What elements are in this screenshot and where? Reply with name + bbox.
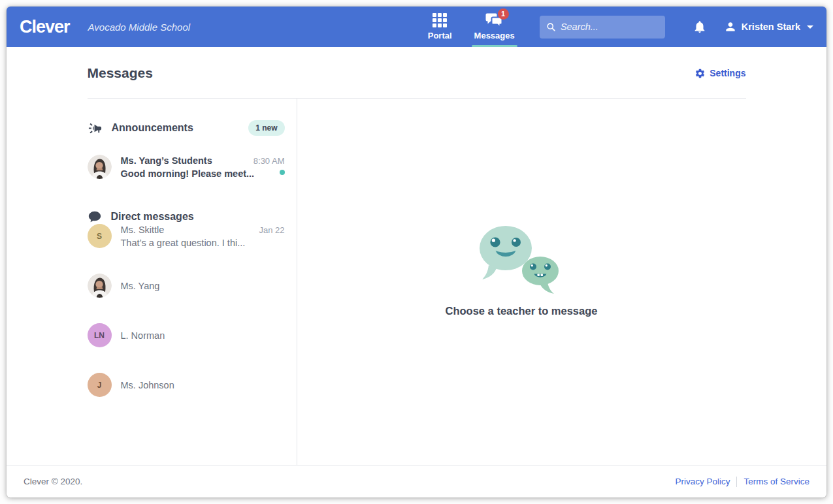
thread-l-norman[interactable]: LN L. Norman [88, 323, 285, 347]
nav-group: Portal 1 Messages [428, 12, 515, 42]
thread-time: Jan 22 [259, 225, 284, 235]
search-icon [547, 22, 555, 32]
messages-label: Messages [474, 31, 515, 40]
conversation-sidebar: Announcements 1 new Ms. Yang’s Students … [88, 99, 297, 465]
search-input[interactable] [561, 22, 658, 32]
messages-page: Messages Settings [7, 47, 826, 465]
thread-name: Ms. Yang’s Students [121, 155, 212, 166]
thread-name: L. Norman [121, 330, 165, 341]
page-footer: Clever © 2020. Privacy Policy Terms of S… [7, 465, 826, 497]
direct-messages-label: Direct messages [111, 211, 194, 223]
thread-name: Ms. Johnson [121, 380, 174, 390]
portal-label: Portal [428, 31, 452, 40]
chevron-down-icon [807, 25, 813, 29]
thread-time: 8:30 AM [253, 156, 285, 166]
school-name: Avocado Middle School [88, 22, 191, 33]
app-window: Clever Avocado Middle School Portal 1 Me… [7, 7, 826, 497]
thread-name: Ms. Skittle [121, 225, 165, 235]
portal-grid-icon [433, 13, 447, 27]
settings-label: Settings [710, 68, 745, 78]
avatar-initials: J [88, 373, 112, 397]
footer-divider [736, 477, 737, 487]
avatar [88, 274, 112, 298]
unread-dot [280, 170, 285, 175]
top-navbar: Clever Avocado Middle School Portal 1 Me… [7, 7, 826, 47]
clever-logo[interactable]: Clever [20, 17, 70, 37]
user-name: Kristen Stark [742, 22, 800, 32]
thread-ms-skittle[interactable]: S Ms. Skittle Jan 22 That’s a great ques… [88, 224, 285, 248]
active-tab-underline [472, 45, 517, 47]
privacy-policy-link[interactable]: Privacy Policy [675, 477, 730, 486]
announcements-label: Announcements [112, 122, 193, 134]
nav-messages[interactable]: 1 Messages [474, 12, 515, 42]
search-box[interactable] [540, 16, 665, 39]
copyright-text: Clever © 2020. [24, 477, 82, 486]
thread-ms-johnson[interactable]: J Ms. Johnson [88, 373, 285, 397]
message-pane: Choose a teacher to message [297, 99, 746, 465]
messages-unread-badge: 1 [498, 8, 509, 20]
avatar [88, 155, 112, 179]
avatar-initials: S [88, 224, 112, 248]
direct-messages-header: Direct messages [88, 210, 285, 224]
megaphone-icon [88, 121, 103, 136]
notifications-bell-icon[interactable] [693, 20, 707, 34]
thread-preview: That’s a great question. I thi... [121, 238, 246, 248]
user-menu[interactable]: Kristen Stark [724, 20, 813, 33]
nav-portal[interactable]: Portal [428, 13, 452, 42]
announcement-thread[interactable]: Ms. Yang’s Students 8:30 AM Good morning… [88, 155, 285, 179]
gear-icon [694, 68, 706, 79]
new-count-badge: 1 new [248, 120, 284, 136]
avatar-initials: LN [88, 323, 112, 347]
thread-name: Ms. Yang [121, 281, 160, 291]
empty-state-text: Choose a teacher to message [446, 305, 598, 317]
thread-ms-yang[interactable]: Ms. Yang [88, 274, 285, 298]
chat-bubble-icon [88, 210, 102, 224]
direct-messages-list: S Ms. Skittle Jan 22 That’s a great ques… [88, 224, 285, 397]
page-title: Messages [88, 65, 153, 81]
chat-bubbles-illustration [465, 221, 578, 296]
announcements-header: Announcements 1 new [88, 120, 285, 136]
thread-preview: Good morning! Please meet... [121, 168, 255, 179]
person-icon [724, 20, 737, 33]
settings-link[interactable]: Settings [694, 68, 745, 79]
messages-bubbles-icon: 1 [485, 12, 504, 28]
terms-of-service-link[interactable]: Terms of Service [743, 477, 809, 486]
